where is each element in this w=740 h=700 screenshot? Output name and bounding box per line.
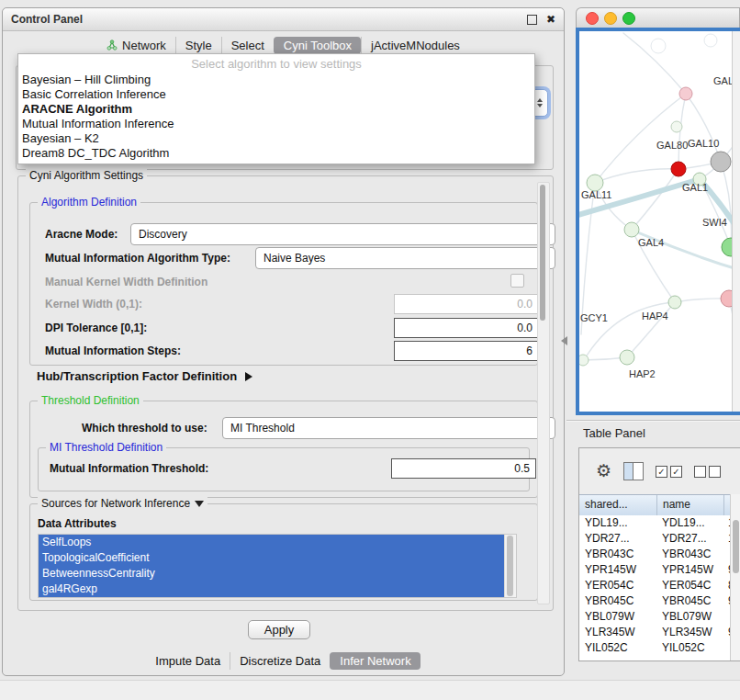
table-row[interactable]: YER054CYER054C8. (579, 578, 731, 593)
data-attributes-list[interactable]: SelfLoopsTopologicalCoefficientBetweenne… (38, 534, 517, 598)
network-node[interactable] (671, 162, 686, 176)
scrollbar-thumb[interactable] (507, 536, 513, 596)
algorithm-definition-group: Algorithm Definition Aracne Mode: Discov… (29, 202, 538, 366)
scrollbar-thumb[interactable] (540, 185, 545, 321)
gear-icon[interactable]: ⚙ (596, 462, 611, 480)
kernel-width-field[interactable]: 0.0 (394, 294, 539, 314)
mi-algorithm-type-select[interactable]: Naive Bayes (255, 247, 555, 269)
desktop: Control Panel ✖ NetworkStyleSelectCyni T… (0, 0, 740, 700)
tab-jactivemnodules[interactable]: jActiveMNodules (361, 37, 469, 54)
network-node[interactable] (671, 121, 682, 132)
algorithm-option[interactable]: Mutual Information Inference (18, 117, 534, 131)
algorithm-option[interactable]: Basic Correlation Inference (18, 87, 534, 102)
column-header[interactable]: shared... (579, 495, 657, 515)
table-row[interactable]: YBL079WYBL079W (579, 609, 731, 625)
network-node[interactable] (668, 296, 681, 309)
deselect-all-rows-icon[interactable] (694, 466, 721, 478)
aracne-mode-label: Aracne Mode: (45, 228, 118, 241)
control-panel-tab-bar: NetworkStyleSelectCyni ToolboxjActiveMNo… (3, 36, 564, 54)
algorithm-option[interactable]: ARACNE Algorithm (18, 102, 534, 117)
tab-label: Infer Network (340, 654, 410, 668)
manual-kernel-checkbox[interactable] (510, 274, 524, 288)
mi-steps-field[interactable]: 6 (394, 341, 539, 361)
algorithm-option[interactable]: Bayesian – K2 (18, 131, 534, 146)
data-attributes-label: Data Attributes (38, 517, 117, 530)
zoom-traffic-light-icon[interactable] (622, 12, 635, 25)
network-node[interactable] (579, 355, 589, 366)
bottom-tab-impute-data[interactable]: Impute Data (146, 652, 230, 670)
minimize-traffic-light-icon[interactable] (604, 12, 617, 25)
table-cell: YER054C (656, 578, 723, 593)
node-label: SWI4 (702, 217, 727, 228)
bottom-tab-discretize-data[interactable]: Discretize Data (230, 652, 330, 670)
table-cell: YBL079W (656, 609, 723, 625)
data-attribute-item[interactable]: gal4RGexp (39, 581, 505, 597)
algorithm-option[interactable]: Bayesian – Hill Climbing (18, 73, 534, 87)
network-canvas[interactable]: GAL8GAL80GAL10GAL11GAL1SWI4GAL4GCY1HAP4H… (576, 28, 740, 415)
close-traffic-light-icon[interactable] (586, 12, 599, 25)
network-node[interactable] (624, 222, 639, 237)
network-window-titlebar[interactable] (576, 7, 740, 28)
aracne-mode-select[interactable]: Discovery (130, 223, 555, 245)
network-view-window: GAL8GAL80GAL10GAL11GAL1SWI4GAL4GCY1HAP4H… (576, 7, 740, 415)
scrollbar-thumb[interactable] (733, 520, 739, 573)
threshold-definition-title: Threshold Definition (38, 394, 143, 408)
table-cell: YLR345W (579, 625, 656, 640)
settings-scrollbar[interactable] (537, 182, 550, 604)
table-row[interactable]: YIL052CYIL052C (579, 640, 731, 656)
network-node[interactable] (679, 87, 692, 100)
select-all-rows-icon[interactable] (656, 466, 682, 478)
network-node[interactable] (620, 350, 634, 365)
bottom-tab-infer-network[interactable]: Infer Network (330, 652, 420, 670)
network-graph[interactable]: GAL8GAL80GAL10GAL11GAL1SWI4GAL4GCY1HAP4H… (579, 31, 740, 415)
network-scrollbar[interactable] (732, 31, 740, 412)
network-node[interactable] (651, 39, 666, 53)
mi-threshold-field[interactable]: 0.5 (391, 458, 536, 479)
table-cell: YER054C (579, 578, 656, 593)
which-threshold-select[interactable]: MI Threshold (222, 417, 555, 439)
columns-icon[interactable] (623, 462, 644, 480)
dpi-tolerance-field[interactable]: 0.0 (394, 318, 539, 338)
list-scrollbar[interactable] (504, 535, 516, 597)
node-label: GAL4 (638, 237, 664, 248)
apply-button[interactable]: Apply (248, 620, 310, 639)
table-cell: YIL052C (656, 640, 723, 656)
node-label: GAL80 (656, 140, 688, 151)
table-row[interactable]: YLR345WYLR345W9. (579, 625, 731, 640)
data-attribute-item[interactable]: BetweennessCentrality (39, 566, 505, 581)
table-row[interactable]: YBR043CYBR043C (579, 547, 731, 562)
algorithm-option[interactable]: Dream8 DC_TDC Algorithm (18, 146, 534, 161)
table-header-row[interactable]: shared...name (579, 494, 731, 516)
table-cell: YBR043C (579, 547, 656, 562)
float-window-icon[interactable] (527, 15, 537, 25)
data-attribute-item[interactable]: TopologicalCoefficient (39, 550, 505, 566)
window-title: Control Panel (11, 13, 83, 26)
which-threshold-value: MI Threshold (230, 422, 295, 435)
table-row[interactable]: YDL19...YDL19...13 (579, 515, 731, 531)
table-row[interactable]: YPR145WYPR145W9. (579, 562, 731, 578)
tab-label: jActiveMNodules (371, 39, 460, 52)
table-cell: YBR045C (579, 593, 656, 609)
data-attribute-item[interactable]: SelfLoops (39, 535, 505, 550)
table-cell: YBL079W (579, 609, 656, 625)
table-row[interactable]: YBR045CYBR045C9. (579, 593, 731, 609)
tab-select[interactable]: Select (221, 37, 274, 54)
table-cell: YDR27... (656, 531, 723, 547)
hub-definition-toggle[interactable]: Hub/Transcription Factor Definition (37, 369, 252, 383)
tab-network[interactable]: Network (97, 37, 175, 54)
sources-group-title[interactable]: Sources for Network Inference (38, 497, 207, 511)
splitter-collapse-arrow[interactable] (561, 336, 567, 345)
network-edge (623, 33, 686, 94)
cyni-algorithm-settings-group: Cyni Algorithm Settings Algorithm Defini… (17, 175, 554, 611)
network-node[interactable] (711, 152, 731, 172)
table-body: YDL19...YDL19...13YDR27...YDR27...12YBR0… (579, 515, 731, 660)
control-panel-titlebar[interactable]: Control Panel ✖ (3, 8, 564, 31)
dropdown-placeholder: Select algorithm to view settings (18, 54, 534, 73)
tab-style[interactable]: Style (175, 37, 221, 54)
tab-cyni-toolbox[interactable]: Cyni Toolbox (274, 37, 361, 54)
column-header[interactable]: name (657, 495, 724, 515)
table-scrollbar[interactable] (730, 494, 740, 660)
network-node[interactable] (704, 34, 717, 47)
close-icon[interactable]: ✖ (546, 14, 555, 25)
table-row[interactable]: YDR27...YDR27...12 (579, 531, 731, 547)
